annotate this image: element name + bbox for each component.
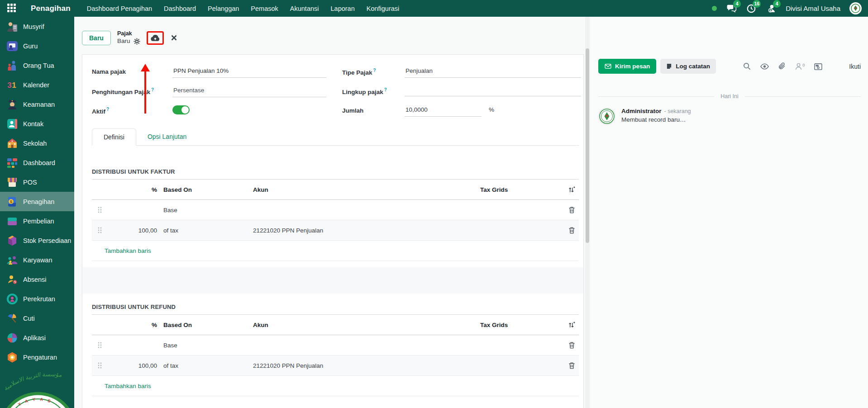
- menu-dashboard[interactable]: Dashboard: [164, 5, 196, 12]
- app-brand[interactable]: Penagihan: [31, 4, 71, 13]
- column-percent[interactable]: %: [107, 322, 157, 328]
- pengaturan-icon: [6, 351, 18, 363]
- column-percent[interactable]: %: [107, 186, 157, 193]
- trash-icon[interactable]: [568, 227, 575, 234]
- cell-percent[interactable]: 100,00: [107, 227, 157, 234]
- optional-columns-icon[interactable]: [568, 321, 575, 329]
- aktif-toggle[interactable]: [172, 105, 190, 114]
- help-icon[interactable]: ?: [106, 107, 109, 112]
- table-row[interactable]: 100,00 of tax 21221020 PPN Penjualan: [92, 356, 579, 376]
- sidebar-item-keamanan[interactable]: Keamanan: [0, 95, 74, 114]
- breadcrumb-model[interactable]: Pajak: [117, 30, 141, 38]
- column-based-on[interactable]: Based On: [163, 186, 253, 193]
- sidebar-item-kontak[interactable]: Kontak: [0, 114, 74, 133]
- sidebar-item-pembelian[interactable]: Pembelian: [0, 211, 74, 231]
- sidebar-item-kalender[interactable]: 31 Kalender: [0, 75, 74, 95]
- svg-text:$: $: [10, 199, 12, 204]
- menu-akuntansi[interactable]: Akuntansi: [290, 5, 319, 12]
- sidebar-item-orang-tua[interactable]: Orang Tua: [0, 56, 74, 75]
- follow-button[interactable]: Ikuti: [849, 63, 861, 70]
- messages-icon[interactable]: 4: [726, 3, 737, 14]
- scrollbar-thumb[interactable]: [586, 48, 589, 243]
- send-message-button[interactable]: Kirim pesan: [598, 59, 656, 74]
- messages-badge: 4: [733, 0, 741, 8]
- trash-icon[interactable]: [568, 362, 575, 369]
- followers-icon[interactable]: 0: [795, 63, 805, 70]
- sidebar-item-sekolah[interactable]: Sekolah: [0, 133, 74, 153]
- paperclip-icon[interactable]: [778, 62, 786, 70]
- column-akun[interactable]: Akun: [253, 186, 480, 193]
- cell-akun[interactable]: 21221020 PPN Penjualan: [253, 362, 480, 369]
- drag-handle-icon[interactable]: [92, 227, 107, 233]
- cell-akun[interactable]: 21221020 PPN Penjualan: [253, 227, 480, 234]
- new-record-button[interactable]: Baru: [82, 31, 111, 45]
- message-author[interactable]: Administrator: [621, 108, 662, 114]
- column-tax-grids[interactable]: Tax Grids: [480, 186, 561, 193]
- tab-opsi-lanjutan[interactable]: Opsi Lanjutan: [136, 128, 198, 145]
- sidebar-item-perekrutan[interactable]: Perekrutan: [0, 289, 74, 308]
- sidebar-item-cuti[interactable]: Cuti: [0, 308, 74, 328]
- cell-percent[interactable]: 100,00: [107, 362, 157, 369]
- menu-pemasok[interactable]: Pemasok: [251, 5, 278, 12]
- column-akun[interactable]: Akun: [253, 322, 480, 328]
- apps-grid-icon[interactable]: [7, 4, 17, 14]
- app-sidebar: Musyrif Guru Orang Tua 31 Kalender Keama…: [0, 17, 74, 408]
- sidebar-item-penagihan[interactable]: $ Penagihan: [0, 192, 74, 211]
- help-icon[interactable]: ?: [384, 87, 387, 92]
- tipe-pajak-select[interactable]: Penjualan: [405, 66, 581, 78]
- cell-based-on[interactable]: of tax: [163, 362, 253, 369]
- discard-icon[interactable]: [171, 35, 177, 41]
- cell-based-on[interactable]: Base: [163, 342, 253, 349]
- add-row-link-faktur[interactable]: Tambahkan baris: [92, 241, 579, 261]
- table-row[interactable]: Base: [92, 200, 579, 220]
- gear-icon[interactable]: [134, 38, 140, 45]
- absensi-icon: [6, 273, 18, 285]
- sidebar-item-guru[interactable]: Guru: [0, 36, 74, 56]
- sidebar-item-pos[interactable]: POS: [0, 172, 74, 192]
- column-tax-grids[interactable]: Tax Grids: [480, 322, 561, 328]
- menu-laporan[interactable]: Laporan: [331, 5, 355, 12]
- table-row[interactable]: Base: [92, 335, 579, 356]
- svg-text:1: 1: [12, 81, 16, 90]
- save-cloud-icon[interactable]: [150, 34, 160, 43]
- message-avatar[interactable]: [598, 108, 615, 125]
- column-based-on[interactable]: Based On: [163, 322, 253, 328]
- trash-icon[interactable]: [568, 342, 575, 349]
- sidebar-item-dashboard[interactable]: Dashboard: [0, 153, 74, 172]
- sidebar-item-karyawan[interactable]: Karyawan: [0, 250, 74, 270]
- payroll-person-icon[interactable]: $ 4: [766, 3, 777, 14]
- drag-handle-icon[interactable]: [92, 362, 107, 369]
- activities-clock-icon[interactable]: 16: [746, 3, 757, 14]
- optional-columns-icon[interactable]: [568, 186, 575, 194]
- lingkup-pajak-select[interactable]: [405, 85, 581, 96]
- nama-pajak-input[interactable]: PPN Penjualan 10%: [172, 66, 326, 78]
- eye-icon[interactable]: [760, 63, 769, 70]
- content-scrollbar[interactable]: [585, 17, 590, 408]
- help-icon[interactable]: ?: [373, 68, 376, 73]
- drag-handle-icon[interactable]: [92, 207, 107, 213]
- table-row[interactable]: 100,00 of tax 21221020 PPN Penjualan: [92, 220, 579, 241]
- drag-handle-icon[interactable]: [92, 342, 107, 348]
- jumlah-input[interactable]: 10,0000: [405, 105, 482, 117]
- menu-dashboard-penagihan[interactable]: Dashboard Penagihan: [87, 5, 152, 12]
- refund-table-header: % Based On Akun Tax Grids: [92, 315, 579, 335]
- sidebar-item-absensi[interactable]: Absensi: [0, 270, 74, 289]
- search-icon[interactable]: [743, 62, 751, 70]
- user-avatar[interactable]: [849, 2, 862, 14]
- sidebar-item-stok[interactable]: Stok Persediaan: [0, 231, 74, 250]
- tab-definisi[interactable]: Definisi: [92, 128, 136, 146]
- menu-konfigurasi[interactable]: Konfigurasi: [367, 5, 400, 12]
- cell-based-on[interactable]: Base: [163, 207, 253, 213]
- penghitungan-select[interactable]: Persentase: [172, 85, 326, 97]
- help-icon[interactable]: ?: [151, 87, 154, 92]
- cell-based-on[interactable]: of tax: [163, 227, 253, 234]
- trash-icon[interactable]: [568, 206, 575, 213]
- camera-icon[interactable]: [814, 63, 822, 70]
- add-row-link-refund[interactable]: Tambahkan baris: [92, 376, 579, 396]
- company-name[interactable]: Divisi Amal Usaha: [786, 5, 840, 12]
- chatter-panel: Kirim pesan Log catatan 0 Ikuti Hari Ini…: [591, 17, 868, 408]
- sidebar-item-aplikasi[interactable]: Aplikasi: [0, 328, 74, 347]
- log-note-button[interactable]: Log catatan: [660, 59, 716, 74]
- sidebar-item-musyrif[interactable]: Musyrif: [0, 17, 74, 36]
- menu-pelanggan[interactable]: Pelanggan: [208, 5, 239, 12]
